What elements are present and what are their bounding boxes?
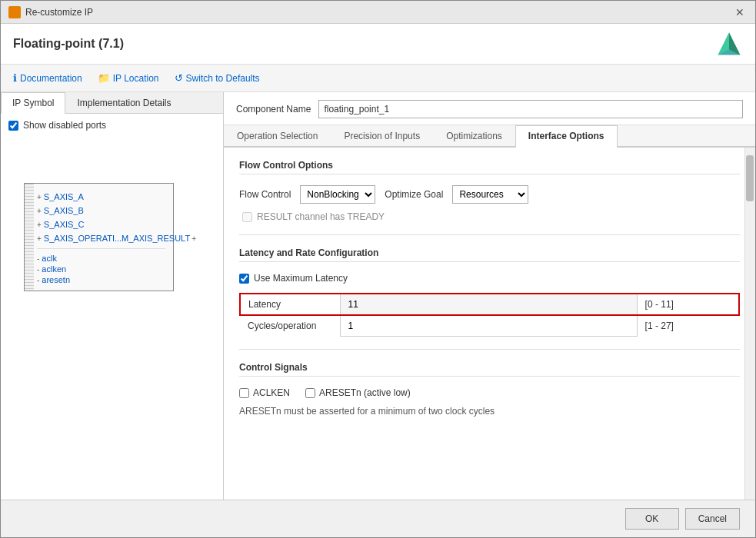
info-icon: ℹ: [13, 72, 17, 84]
flow-control-row: Flow Control NonBlocking Blocking None O…: [239, 185, 740, 204]
aresetn-minus-icon: -: [37, 276, 39, 284]
ip-location-link[interactable]: 📁 IP Location: [98, 72, 159, 84]
tab-optimizations[interactable]: Optimizations: [433, 125, 515, 146]
cycles-row: Cycles/operation [1 - 27]: [240, 315, 739, 337]
port-plus-icon-a: +: [37, 193, 42, 201]
tab-implementation-details[interactable]: Implementation Details: [65, 92, 182, 113]
areset-item: ARESETn (active low): [305, 387, 411, 398]
app-logo: [715, 30, 743, 58]
switch-to-defaults-link[interactable]: ↺ Switch to Defaults: [175, 72, 260, 84]
areset-checkbox[interactable]: [305, 388, 315, 398]
right-content: Flow Control Options Flow Control NonBlo…: [224, 148, 755, 500]
tab-ip-symbol[interactable]: IP Symbol: [1, 92, 65, 114]
switch-to-defaults-label: Switch to Defaults: [186, 73, 260, 84]
use-max-latency-checkbox[interactable]: [239, 274, 249, 284]
latency-config-title: Latency and Rate Configuration: [239, 247, 740, 262]
control-signals-title: Control Signals: [239, 362, 740, 377]
component-name-label: Component Name: [236, 104, 311, 115]
divider-2: [239, 349, 740, 350]
port-s-axis-b: + S_AXIS_B: [37, 204, 165, 218]
port-label-s-axis-a: S_AXIS_A: [44, 192, 84, 201]
cycles-input[interactable]: [348, 320, 629, 331]
control-signals-section: Control Signals ACLKEN ARESETn (active l…: [239, 362, 740, 417]
flow-control-section: Flow Control Options Flow Control NonBlo…: [239, 160, 740, 222]
latency-label-cell: Latency: [240, 294, 340, 315]
app-title: Floating-point (7.1): [13, 37, 124, 51]
m-axis-result-label: M_AXIS_RESULT: [122, 234, 190, 243]
areset-label: ARESETn (active low): [319, 387, 411, 398]
port-plus-icon-op: +: [37, 234, 42, 243]
left-tabs: IP Symbol Implementation Details: [1, 92, 223, 114]
port-s-axis-operation: + S_AXIS_OPERATI... M_AXIS_RESULT +: [37, 231, 165, 245]
dialog-title: Re-customize IP: [25, 7, 93, 18]
symbol-area: + S_AXIS_A + S_AXIS_B + S_AXIS_C +: [1, 137, 223, 500]
cycles-range-cell: [1 - 27]: [637, 315, 739, 337]
ok-button[interactable]: OK: [625, 508, 679, 530]
cycles-value-cell: [340, 315, 637, 337]
component-name-input[interactable]: [318, 100, 743, 118]
ip-location-label: IP Location: [113, 73, 159, 84]
ruler-strip: [25, 184, 34, 291]
right-panel: Component Name Operation Selection Preci…: [224, 92, 755, 500]
left-panel: IP Symbol Implementation Details Show di…: [1, 92, 224, 500]
aclken-item: ACLKEN: [239, 387, 290, 398]
aclk-minus-icon: -: [37, 254, 39, 263]
component-name-row: Component Name: [224, 92, 755, 125]
use-max-latency-label: Use Maximum Latency: [254, 273, 348, 284]
port-aclken: - aclken: [37, 264, 165, 274]
port-plus-icon-c: +: [37, 221, 42, 229]
divider-1: [239, 234, 740, 235]
aclken-label: aclken: [42, 264, 66, 274]
main-content: IP Symbol Implementation Details Show di…: [1, 92, 755, 500]
port-label-s-axis-c: S_AXIS_C: [44, 220, 85, 229]
show-disabled-checkbox[interactable]: [8, 121, 18, 131]
show-disabled-label: Show disabled ports: [23, 120, 106, 131]
port-plus-icon-b: +: [37, 207, 42, 215]
show-disabled-row: Show disabled ports: [1, 114, 223, 137]
optimize-goal-select[interactable]: Resources Performance: [452, 185, 528, 204]
m-axis-plus-icon: +: [191, 234, 196, 243]
cancel-button[interactable]: Cancel: [685, 508, 740, 530]
scrollbar-track[interactable]: [744, 148, 755, 500]
latency-range-cell: [0 - 11]: [637, 294, 739, 315]
port-aclk: - aclk: [37, 254, 165, 263]
optimize-goal-label: Optimize Goal: [385, 189, 443, 200]
scrollbar-thumb[interactable]: [746, 155, 754, 201]
close-button[interactable]: ✕: [732, 6, 748, 18]
header-section: Floating-point (7.1): [1, 24, 755, 65]
result-tready-row: RESULT channel has TREADY: [239, 211, 740, 222]
flow-control-select[interactable]: NonBlocking Blocking None: [300, 185, 375, 204]
folder-icon: 📁: [98, 72, 110, 84]
port-s-axis-c: + S_AXIS_C: [37, 218, 165, 231]
latency-input[interactable]: [348, 299, 629, 310]
title-bar-left: Re-customize IP: [8, 6, 93, 18]
flow-control-label: Flow Control: [239, 189, 291, 200]
right-tabs: Operation Selection Precision of Inputs …: [224, 125, 755, 148]
dialog: Re-customize IP ✕ Floating-point (7.1) ℹ…: [0, 0, 756, 538]
latency-table: Latency [0 - 11] Cycles/operation [1 -: [239, 293, 740, 337]
symbol-box: + S_AXIS_A + S_AXIS_B + S_AXIS_C +: [24, 183, 174, 291]
aresetn-label: aresetn: [42, 275, 70, 284]
title-icon: [8, 6, 21, 18]
documentation-link[interactable]: ℹ Documentation: [13, 72, 82, 84]
refresh-icon: ↺: [175, 72, 183, 84]
latency-row: Latency [0 - 11]: [240, 294, 739, 315]
aclken-checkbox[interactable]: [239, 388, 249, 398]
areset-note: ARESETn must be asserted for a minimum o…: [239, 406, 740, 417]
use-max-latency-row: Use Maximum Latency: [239, 273, 740, 284]
aclken-minus-icon: -: [37, 265, 39, 274]
port-label-s-axis-b: S_AXIS_B: [44, 206, 84, 215]
tab-precision-of-inputs[interactable]: Precision of Inputs: [331, 125, 433, 146]
tab-interface-options[interactable]: Interface Options: [515, 125, 618, 148]
toolbar: ℹ Documentation 📁 IP Location ↺ Switch t…: [1, 65, 755, 92]
symbol-container: + S_AXIS_A + S_AXIS_B + S_AXIS_C +: [24, 183, 215, 291]
bottom-bar: OK Cancel: [1, 500, 755, 537]
latency-value-cell: [340, 294, 637, 315]
control-signals-row: ACLKEN ARESETn (active low): [239, 387, 740, 398]
cycles-label-cell: Cycles/operation: [240, 315, 340, 337]
tab-operation-selection[interactable]: Operation Selection: [224, 125, 331, 146]
result-tready-checkbox[interactable]: [242, 212, 252, 222]
bottom-ports: - aclk - aclken - aresetn: [37, 248, 165, 284]
m-axis-result-port: M_AXIS_RESULT +: [122, 234, 196, 243]
title-bar: Re-customize IP ✕: [1, 1, 755, 24]
